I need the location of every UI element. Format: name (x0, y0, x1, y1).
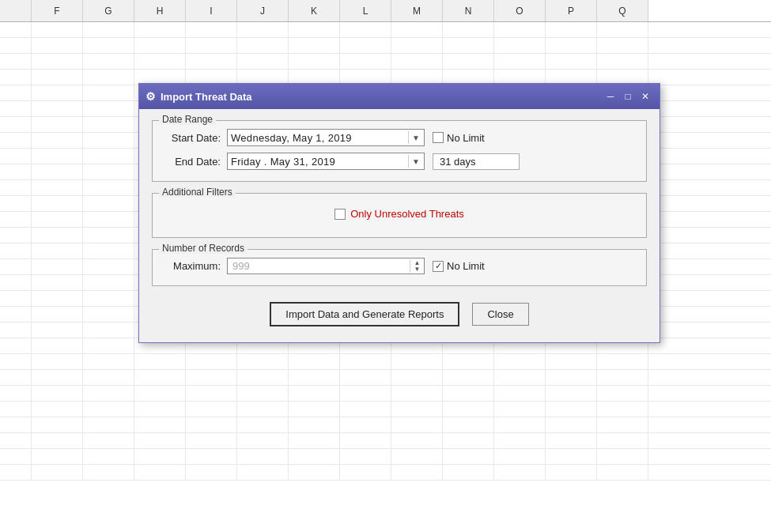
only-unresolved-row: Only Unresolved Threats (164, 202, 635, 226)
end-date-label: End Date: (164, 156, 227, 168)
start-date-select[interactable]: Wednesday, May 1, 2019 ▼ (227, 129, 425, 146)
number-of-records-group-label: Number of Records (159, 243, 248, 254)
start-date-row: Start Date: Wednesday, May 1, 2019 ▼ No … (164, 129, 635, 146)
start-date-no-limit-checkbox[interactable] (433, 132, 444, 143)
col-header-P: P (546, 0, 597, 21)
date-range-group: Date Range Start Date: Wednesday, May 1,… (152, 120, 647, 182)
start-date-no-limit-wrapper: No Limit (433, 132, 485, 144)
import-button[interactable]: Import Data and Generate Reports (270, 302, 459, 326)
maximum-input[interactable] (228, 258, 410, 274)
spinner-buttons: ▲ ▼ (410, 260, 424, 273)
col-header-J: J (237, 0, 289, 21)
grid-row (0, 22, 771, 38)
records-no-limit-checkbox[interactable] (433, 261, 444, 272)
col-header-O: O (494, 0, 546, 21)
number-of-records-group: Number of Records Maximum: ▲ ▼ No Limit (152, 249, 647, 286)
start-date-label: Start Date: (164, 132, 227, 144)
maximum-label: Maximum: (164, 260, 227, 272)
col-header-empty (0, 0, 32, 21)
records-no-limit-wrapper: No Limit (433, 260, 485, 272)
additional-filters-group: Additional Filters Only Unresolved Threa… (152, 193, 647, 238)
grid-row (0, 433, 771, 449)
start-date-no-limit-label: No Limit (447, 132, 485, 144)
gear-icon: ⚙ (146, 90, 156, 103)
start-date-value: Wednesday, May 1, 2019 (231, 132, 408, 144)
dialog-titlebar: ⚙ Import Threat Data ─ □ ✕ (139, 84, 660, 109)
date-range-group-label: Date Range (159, 114, 216, 125)
col-header-K: K (289, 0, 340, 21)
col-header-L: L (340, 0, 391, 21)
records-no-limit-label: No Limit (447, 260, 485, 272)
grid-row (0, 449, 771, 465)
col-header-H: H (134, 0, 186, 21)
maximize-button[interactable]: □ (620, 89, 636, 104)
dialog-title: Import Threat Data (161, 91, 601, 103)
additional-filters-group-label: Additional Filters (159, 187, 236, 198)
import-threat-data-dialog: ⚙ Import Threat Data ─ □ ✕ Date Range St… (138, 83, 660, 343)
grid-row (0, 38, 771, 54)
end-date-dropdown-arrow[interactable]: ▼ (408, 155, 421, 168)
dialog-footer: Import Data and Generate Reports Close (152, 297, 647, 330)
end-date-value: Friday . May 31, 2019 (231, 156, 408, 168)
only-unresolved-label: Only Unresolved Threats (350, 208, 464, 220)
maximum-row: Maximum: ▲ ▼ No Limit (164, 258, 635, 274)
dialog-body: Date Range Start Date: Wednesday, May 1,… (139, 109, 660, 342)
col-header-I: I (186, 0, 237, 21)
close-titlebar-button[interactable]: ✕ (637, 89, 653, 104)
col-header-Q: Q (597, 0, 648, 21)
grid-row (0, 465, 771, 481)
maximum-input-wrapper[interactable]: ▲ ▼ (227, 258, 425, 274)
grid-row (0, 402, 771, 417)
grid-row (0, 370, 771, 386)
col-header-N: N (443, 0, 494, 21)
spinner-down-button[interactable]: ▼ (410, 266, 424, 273)
grid-row (0, 54, 771, 70)
end-date-row: End Date: Friday . May 31, 2019 ▼ 31 day… (164, 153, 635, 170)
days-display: 31 days (433, 153, 520, 170)
col-header-G: G (83, 0, 134, 21)
col-header-F: F (32, 0, 83, 21)
close-button[interactable]: Close (472, 303, 528, 326)
column-header-row: F G H I J K L M N O P Q (0, 0, 771, 22)
only-unresolved-checkbox[interactable] (334, 209, 346, 220)
grid-row (0, 417, 771, 433)
grid-row (0, 354, 771, 370)
end-date-select[interactable]: Friday . May 31, 2019 ▼ (227, 153, 425, 170)
start-date-dropdown-arrow[interactable]: ▼ (408, 131, 421, 144)
col-header-M: M (391, 0, 443, 21)
minimize-button[interactable]: ─ (603, 89, 618, 104)
grid-row (0, 386, 771, 402)
